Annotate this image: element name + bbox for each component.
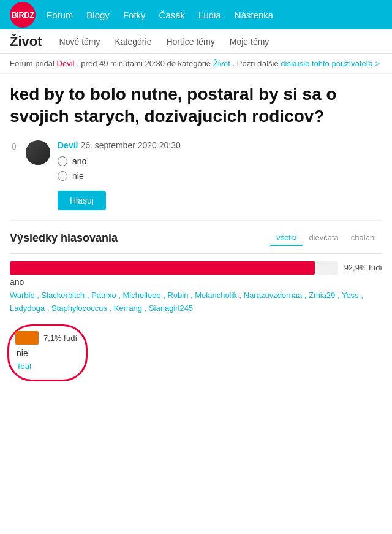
- tab-nove-temy[interactable]: Nové témy: [52, 31, 108, 53]
- nie-circle-highlight: 7,1% ľudí nie Teal: [7, 324, 88, 381]
- radio-ano[interactable]: [58, 156, 67, 166]
- nav-blogy[interactable]: Blogy: [86, 10, 110, 20]
- bar-wrap-ano: [10, 261, 338, 275]
- results-header: Výsledky hlasovania všetci dievčatá chal…: [10, 231, 382, 246]
- nav-ludia[interactable]: Ľudia: [198, 10, 221, 20]
- results-tabs: všetci dievčatá chalani: [270, 231, 382, 246]
- poll-option-ano: ano: [58, 156, 382, 166]
- results-title: Výsledky hlasovania: [10, 232, 270, 245]
- secondary-navigation: Život Nové témy Kategórie Horúce témy Mo…: [0, 29, 392, 54]
- poll-form: Devil 26. september 2020 20:30 ano nie H…: [58, 140, 382, 210]
- results-divider: [10, 253, 382, 254]
- breadcrumb-discuss-link[interactable]: diskusie tohto používateľa >: [281, 59, 380, 68]
- nav-fotky[interactable]: Fotky: [123, 10, 146, 20]
- results-section: Výsledky hlasovania všetci dievčatá chal…: [0, 231, 392, 381]
- nav-links-list: Fórum Blogy Fotky Časák Ľudia Nástenka: [47, 10, 273, 20]
- tab-dievcata[interactable]: dievčatá: [303, 231, 344, 246]
- secondary-nav-links: Nové témy Kategórie Horúce témy Moje tém…: [52, 31, 277, 53]
- main-content: ked by to bolo nutne, postaral by si sa …: [0, 74, 392, 221]
- nav-forum[interactable]: Fórum: [47, 10, 73, 20]
- logo[interactable]: BIRDZ: [10, 2, 36, 28]
- result-item-ano: 92,9% ľudí ano Warble , Slackerbitch , P…: [10, 261, 382, 315]
- post-title: ked by to bolo nutne, postaral by si sa …: [10, 83, 382, 128]
- bar-fill-ano: [10, 261, 315, 275]
- option-label-ano: ano: [10, 277, 382, 287]
- breadcrumb: Fórum pridal Devil , pred 49 minútami 20…: [0, 54, 392, 74]
- bar-label-nie: 7,1% ľudí: [43, 334, 77, 343]
- poll-author-line: Devil 26. september 2020 20:30: [58, 140, 382, 150]
- tab-vsetci[interactable]: všetci: [270, 231, 303, 246]
- radio-nie[interactable]: [58, 171, 67, 181]
- avatar: [26, 140, 50, 165]
- vote-count: 0: [10, 140, 18, 151]
- bar-label-ano: 92,9% ľudí: [344, 263, 382, 272]
- breadcrumb-category[interactable]: Život: [213, 59, 230, 68]
- voter-names-nie: Teal: [17, 360, 77, 373]
- bar-fill-nie: [15, 331, 39, 345]
- top-navigation: BIRDZ Fórum Blogy Fotky Časák Ľudia Nást…: [0, 0, 392, 29]
- tab-horue-temy[interactable]: Horúce témy: [159, 31, 222, 53]
- option-label-nie: nie: [17, 348, 77, 358]
- vote-button[interactable]: Hlasuj: [58, 191, 106, 210]
- bar-row-ano: 92,9% ľudí: [10, 261, 382, 275]
- breadcrumb-author[interactable]: Devil: [57, 59, 75, 68]
- result-item-nie: 7,1% ľudí nie Teal: [10, 324, 382, 381]
- tab-chalani[interactable]: chalani: [345, 231, 382, 246]
- section-title: Život: [10, 34, 42, 50]
- nav-casak[interactable]: Časák: [159, 10, 186, 20]
- poll-container: 0 Devil 26. september 2020 20:30 ano nie…: [10, 140, 382, 221]
- voter-names-ano: Warble , Slackerbitch , Patrixo , Michel…: [10, 289, 382, 315]
- nav-nastenka[interactable]: Nástenka: [235, 10, 273, 20]
- tab-moje-temy[interactable]: Moje témy: [222, 31, 277, 53]
- avatar-image: [26, 140, 50, 165]
- poll-author-link[interactable]: Devil: [58, 140, 78, 150]
- tab-kategorie[interactable]: Kategórie: [107, 31, 159, 53]
- poll-option-nie: nie: [58, 171, 382, 181]
